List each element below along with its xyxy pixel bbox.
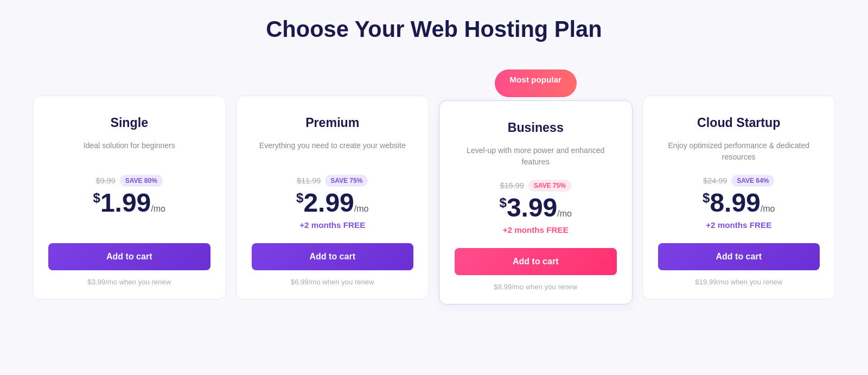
per-mo-single: /mo xyxy=(151,204,165,213)
add-to-cart-btn-business[interactable]: Add to cart xyxy=(455,248,617,275)
plan-desc-premium: Everything you need to create your websi… xyxy=(259,140,406,164)
dollar-business: $ xyxy=(500,195,507,210)
price-row-premium: $11.99 SAVE 75% xyxy=(297,175,368,187)
plan-name-single: Single xyxy=(110,116,148,130)
plan-desc-cloud-startup: Enjoy optimized performance & dedicated … xyxy=(658,140,820,164)
price-row-business: $15.99 SAVE 75% xyxy=(500,180,571,192)
add-to-cart-btn-single[interactable]: Add to cart xyxy=(48,243,210,270)
plan-card-business: Business Level-up with more power and en… xyxy=(439,100,633,304)
per-mo-premium: /mo xyxy=(354,204,369,213)
most-popular-badge: Most popular xyxy=(495,69,577,97)
dollar-cloud-startup: $ xyxy=(703,190,710,205)
add-to-cart-btn-premium[interactable]: Add to cart xyxy=(252,243,414,270)
plan-card-cloud-startup: Cloud Startup Enjoy optimized performanc… xyxy=(642,96,836,300)
current-price-business: $3.99/mo xyxy=(500,195,572,221)
original-price-cloud-startup: $24.99 xyxy=(703,176,727,185)
free-months-business: +2 months FREE xyxy=(503,225,569,237)
plan-name-premium: Premium xyxy=(305,116,359,130)
page-title: Choose Your Web Hosting Plan xyxy=(266,16,602,42)
price-row-cloud-startup: $24.99 SAVE 64% xyxy=(703,175,774,187)
save-badge-single: SAVE 80% xyxy=(120,175,163,187)
price-display-single: $1.99/mo xyxy=(93,190,165,218)
plan-column-premium: Premium Everything you need to create yo… xyxy=(236,69,430,300)
save-badge-business: SAVE 75% xyxy=(528,180,571,192)
plan-name-cloud-startup: Cloud Startup xyxy=(697,116,780,130)
original-price-business: $15.99 xyxy=(500,181,524,190)
original-price-single: $9.99 xyxy=(96,176,116,185)
price-display-business: $3.99/mo xyxy=(500,195,572,223)
plan-desc-single: Ideal solution for beginners xyxy=(84,140,175,164)
plan-column-single: Single Ideal solution for beginners $9.9… xyxy=(33,69,226,300)
dollar-premium: $ xyxy=(296,190,303,205)
renew-price-single: $3.99/mo when you renew xyxy=(87,278,171,286)
current-price-single: $1.99/mo xyxy=(93,190,165,216)
plan-name-business: Business xyxy=(508,120,564,135)
price-display-cloud-startup: $8.99/mo xyxy=(703,190,775,218)
price-display-premium: $2.99/mo xyxy=(296,190,368,218)
price-row-single: $9.99 SAVE 80% xyxy=(96,175,163,187)
plan-column-business: Most popular Business Level-up with more… xyxy=(439,69,633,304)
renew-price-premium: $6.99/mo when you renew xyxy=(291,278,374,286)
plan-desc-business: Level-up with more power and enhanced fe… xyxy=(455,145,617,169)
per-mo-cloud-startup: /mo xyxy=(761,204,775,213)
plan-card-single: Single Ideal solution for beginners $9.9… xyxy=(33,96,226,300)
add-to-cart-btn-cloud-startup[interactable]: Add to cart xyxy=(658,243,820,270)
original-price-premium: $11.99 xyxy=(297,176,321,185)
free-months-premium: +2 months FREE xyxy=(299,220,365,232)
plans-grid: Single Ideal solution for beginners $9.9… xyxy=(33,69,835,304)
current-price-cloud-startup: $8.99/mo xyxy=(703,190,775,216)
plan-column-cloud-startup: Cloud Startup Enjoy optimized performanc… xyxy=(642,69,836,300)
current-price-premium: $2.99/mo xyxy=(296,190,368,216)
renew-price-cloud-startup: $19.99/mo when you renew xyxy=(695,278,782,286)
dollar-single: $ xyxy=(93,190,100,205)
free-months-cloud-startup: +2 months FREE xyxy=(706,220,771,232)
save-badge-premium: SAVE 75% xyxy=(325,175,368,187)
save-badge-cloud-startup: SAVE 64% xyxy=(731,175,774,187)
plan-card-premium: Premium Everything you need to create yo… xyxy=(236,96,430,300)
renew-price-business: $8.99/mo when you renew xyxy=(494,283,577,291)
per-mo-business: /mo xyxy=(557,209,572,218)
